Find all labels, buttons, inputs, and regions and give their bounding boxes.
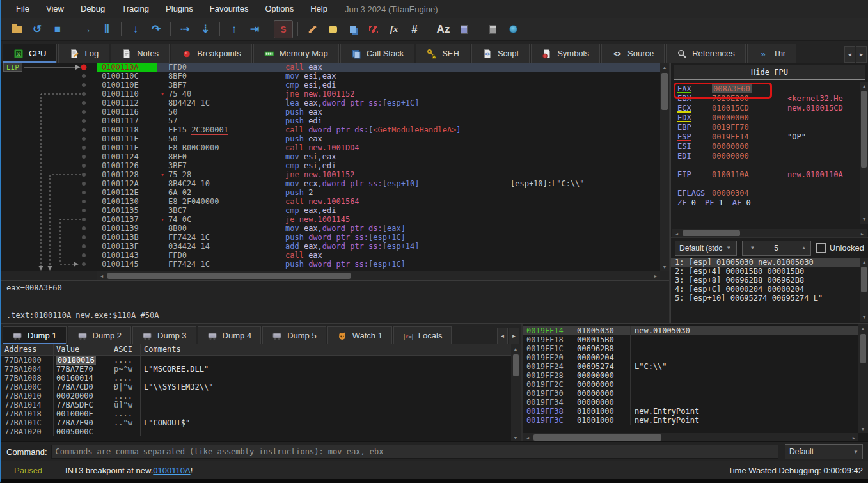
register-value[interactable]: 0100110A <box>712 170 768 180</box>
stack-row[interactable]: 0019FF3000000000 <box>523 389 858 398</box>
close-icon[interactable]: ■ <box>48 20 67 38</box>
scroll-down-icon[interactable]: ▼ <box>858 424 867 433</box>
dump-tab-dump-4[interactable]: Dump 4 <box>198 326 262 344</box>
stack-row[interactable]: 0019FF3400000000 <box>523 398 858 407</box>
registers-horizontal-scrollbar[interactable]: ◄ ► <box>672 229 867 237</box>
disasm-row[interactable]: 01001118FF15 2C300001call dword ptr ds:[… <box>97 125 660 134</box>
stack-row[interactable]: 0019FF2800000000 <box>523 371 858 380</box>
dump-tab-dump-1[interactable]: Dump 1 <box>3 326 67 344</box>
scroll-up-icon[interactable]: ▲ <box>860 258 868 267</box>
register-value[interactable]: 0019FF14 <box>712 132 768 142</box>
command-profile-select[interactable]: Default ▼ <box>785 444 863 459</box>
register-value[interactable]: 008A3F60 <box>712 84 768 94</box>
tab-scroll-left-icon[interactable]: ◄ <box>844 46 855 63</box>
register-value[interactable]: 00000000 <box>712 142 768 152</box>
register-row-esp[interactable]: ESP0019FF14"OP" <box>677 132 868 142</box>
run-to-user-code-icon[interactable]: ⇥ <box>245 20 264 38</box>
disasm-row[interactable]: 0100113F034424 14add eax,dword ptr ss:[e… <box>97 242 660 251</box>
argument-row[interactable]: 3: [esp+8] 006962B8 006962B8 <box>671 276 868 285</box>
tab-call-stack[interactable]: Call Stack <box>340 44 415 63</box>
menu-item-file[interactable]: File <box>8 0 38 18</box>
stack-row[interactable]: 0019FF2400695274L"C:\\" <box>523 362 858 371</box>
disasm-row[interactable]: 0100111757push edi <box>97 116 660 125</box>
register-value[interactable]: 0019FF70 <box>712 123 768 132</box>
highlight-icon[interactable] <box>364 20 383 38</box>
tab-scroll-left-icon[interactable]: ◄ <box>497 328 508 344</box>
disasm-row[interactable]: 01001143FFD0call eax <box>97 251 660 260</box>
disasm-row[interactable]: 010011398B00mov eax,dword ptr ds:[eax] <box>97 224 660 233</box>
register-value[interactable]: 00000000 <box>712 152 768 161</box>
scroll-up-icon[interactable]: ▲ <box>860 82 868 91</box>
stack-row[interactable]: 0019FF1401005030new.01005030 <box>523 326 858 335</box>
scroll-down-icon[interactable]: ▼ <box>511 433 520 442</box>
dump-tab-dump-2[interactable]: Dump 2 <box>68 326 132 344</box>
menu-item-options[interactable]: Options <box>256 0 302 18</box>
disasm-row[interactable]: 01001110▾75 40jne new.1001152 <box>97 90 660 99</box>
menu-item-tracing[interactable]: Tracing <box>113 0 157 18</box>
tab-references[interactable]: References <box>666 44 745 63</box>
menu-item-plugins[interactable]: Plugins <box>157 0 201 18</box>
disasm-row[interactable]: 0100111650push eax <box>97 107 660 116</box>
menu-item-help[interactable]: Help <box>302 0 336 18</box>
tab-scroll-right-icon[interactable]: ► <box>856 46 867 63</box>
strings-icon[interactable]: S <box>274 20 293 38</box>
register-row-edx[interactable]: EDX00000000 <box>677 113 868 123</box>
function-icon[interactable]: fx <box>384 20 404 38</box>
disasm-row[interactable]: 0100113BFF7424 1Cpush dword ptr ss:[esp+… <box>97 233 660 242</box>
dump-row[interactable]: 77BA100800160014.... <box>1 374 511 383</box>
dump-vertical-scrollbar[interactable]: ▲ ▼ <box>511 344 521 442</box>
flag-value[interactable]: 0 <box>746 198 751 208</box>
hash-icon[interactable]: # <box>405 20 424 38</box>
argument-row[interactable]: 5: [esp+10] 00695274 00695274 L" <box>671 294 868 303</box>
dump-tab-dump-3[interactable]: Dump 3 <box>132 326 196 344</box>
hide-fpu-button[interactable]: Hide FPU <box>674 65 865 80</box>
dump-tab-locals[interactable]: |x=|Locals <box>393 326 452 344</box>
argument-row[interactable]: 4: [esp+C] 00000204 00000204 <box>671 285 868 294</box>
execute-till-return-icon[interactable]: ↑ <box>225 20 244 38</box>
dump-column-header[interactable]: Address <box>1 344 54 355</box>
dump-row[interactable]: 77BA101477BA5DFCü]°w <box>1 400 511 409</box>
disasm-row[interactable]: 01001128▾75 28jne new.1001152 <box>97 170 660 179</box>
stack-row[interactable]: 0019FF2000000204 <box>523 353 858 362</box>
favourites-icon[interactable] <box>343 20 363 38</box>
dump-row[interactable]: 77BA101C77BA7F90..°wL"CONOUT$" <box>1 418 511 427</box>
register-row-ebp[interactable]: EBP0019FF70 <box>677 123 868 132</box>
dump-row[interactable]: 77BA100477BA7E70p~°wL"MSCOREE.DLL" <box>1 365 511 374</box>
scroll-right-icon[interactable]: ► <box>849 433 858 442</box>
register-value[interactable]: 00000000 <box>712 113 768 123</box>
flag-value[interactable]: 1 <box>719 198 723 208</box>
stack-row[interactable]: 0019FF18000015B0 <box>523 335 858 344</box>
unlocked-checkbox[interactable] <box>816 243 826 253</box>
tab-scroll-right-icon[interactable]: ► <box>509 328 519 344</box>
register-row-edi[interactable]: EDI00000000 <box>677 152 868 161</box>
run-icon[interactable]: → <box>77 20 96 38</box>
scroll-up-icon[interactable]: ▲ <box>660 63 669 72</box>
dump-column-header[interactable]: Value <box>54 344 111 355</box>
spin-down-icon[interactable]: ▼ <box>750 245 755 251</box>
register-row-eflags[interactable]: EFLAGS00000304 <box>677 189 868 198</box>
arguments-vertical-scrollbar[interactable]: ▲ ▼ <box>860 258 868 322</box>
calculator-icon[interactable] <box>483 20 502 38</box>
register-value[interactable]: 7620E200 <box>712 94 768 104</box>
calling-convention-select[interactable]: Default (stdc ▼ <box>675 241 737 256</box>
dump-row[interactable]: 77BA100000180016.... <box>1 356 511 365</box>
pause-icon[interactable]: Ⅱ <box>97 20 116 38</box>
stack-row[interactable]: 0019FF1C006962B8 <box>523 344 858 353</box>
tab-script[interactable]: <>Script <box>471 44 530 63</box>
register-row-ebx[interactable]: EBX7620E200<kernel32.He <box>677 94 868 104</box>
dump-row[interactable]: 77BA10200005000C <box>1 427 511 436</box>
scroll-up-icon[interactable]: ▲ <box>511 344 520 353</box>
open-file-icon[interactable] <box>7 20 26 38</box>
register-row-eax[interactable]: EAX008A3F60 <box>677 84 868 94</box>
flag-value[interactable]: 0 <box>691 198 696 208</box>
register-value[interactable]: 00000304 <box>712 189 768 198</box>
disasm-row[interactable]: 010011248BF0mov esi,eax <box>97 152 660 161</box>
tab-memory-map[interactable]: Memory Map <box>253 44 339 63</box>
step-into-icon[interactable]: ↓ <box>126 20 145 38</box>
disassembly-vertical-scrollbar[interactable]: ▲ ▼ <box>660 63 669 271</box>
dump-tab-dump-5[interactable]: Dump 5 <box>262 326 326 344</box>
argument-depth-spinner[interactable]: ▼ 5 ▲ <box>742 241 811 256</box>
scroll-left-icon[interactable]: ◄ <box>97 271 106 280</box>
disasm-row[interactable]: 01001137▾74 0Cje new.1001145 <box>97 215 660 224</box>
animate-over-icon[interactable]: ⇣ <box>196 20 215 38</box>
